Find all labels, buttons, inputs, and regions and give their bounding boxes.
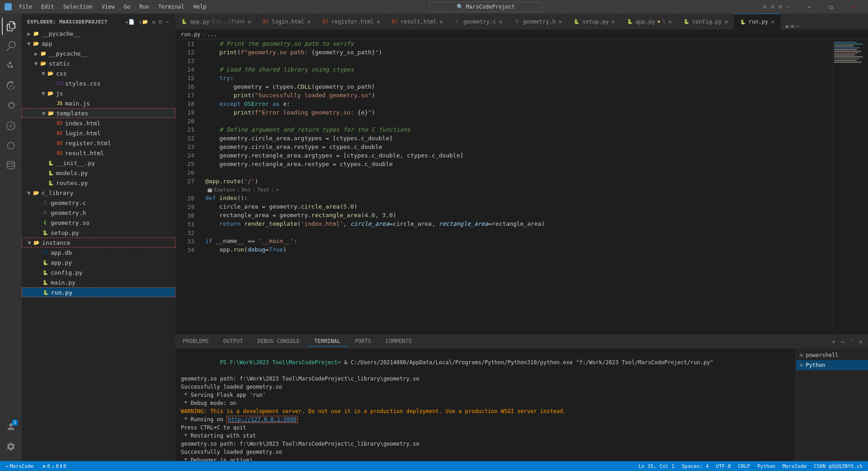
collapse-button[interactable]: ⊟ <box>158 18 163 26</box>
menu-view[interactable]: View <box>98 3 118 11</box>
refresh-button[interactable]: ↻ <box>151 18 156 26</box>
tab-registerhtml[interactable]: DJ register.html × <box>317 14 386 29</box>
more-tab-button[interactable]: ⋯ <box>796 23 799 29</box>
tree-item-apppy[interactable]: 🐍 app.py <box>22 257 175 267</box>
status-eol[interactable]: CRLF <box>736 463 752 470</box>
tab-close[interactable]: × <box>724 18 728 25</box>
code-content[interactable]: # Print the geometry.so path to verify p… <box>198 39 832 334</box>
code-lens[interactable]: 🤖 Explain | Doc | Test | × <box>205 186 832 194</box>
tree-item-loginhtml[interactable]: DJ login.html <box>22 128 175 138</box>
activity-settings[interactable] <box>2 438 20 456</box>
run-button[interactable]: ▶ <box>786 23 789 29</box>
tree-item-mainpy[interactable]: 🐍 main.py <box>22 277 175 287</box>
tree-item-registerhtml[interactable]: DJ register.html <box>22 138 175 148</box>
activity-mars[interactable] <box>2 117 20 135</box>
menu-terminal[interactable]: Terminal <box>155 3 188 11</box>
tree-item-app[interactable]: ▼ 📂 app <box>22 38 175 48</box>
tree-item-geometryso[interactable]: C geometry.so <box>22 218 175 228</box>
menu-help[interactable]: Help <box>190 3 210 11</box>
activity-database[interactable] <box>2 157 20 175</box>
split-terminal-button[interactable]: ⋯ <box>839 337 846 346</box>
layout2-icon[interactable]: ⊠ <box>777 2 784 12</box>
tab-close[interactable]: × <box>771 18 774 25</box>
maximize-button[interactable]: □ <box>821 0 841 14</box>
terminal-python[interactable]: ⊞ Python <box>796 360 868 370</box>
terminal-powershell[interactable]: ⊞ powershell <box>796 350 868 360</box>
status-csdn[interactable]: CSDN @玩转ZNYX.ch <box>812 463 864 470</box>
tree-item-indexhtml[interactable]: DJ index.html <box>22 118 175 128</box>
activity-debug[interactable] <box>2 77 20 95</box>
codelens-close[interactable]: × <box>276 186 279 194</box>
tree-item-geometryh[interactable]: H geometry.h <box>22 208 175 218</box>
codelens-doc[interactable]: Doc <box>242 186 251 194</box>
activity-accounts[interactable]: 1 <box>2 418 20 436</box>
tree-item-mainjs[interactable]: JS main.js <box>22 98 175 108</box>
tree-item-runpy[interactable]: 🐍 run.py <box>22 287 175 297</box>
close-panel-button[interactable]: × <box>857 337 864 346</box>
codelens-test[interactable]: Test <box>257 186 269 194</box>
activity-remote[interactable] <box>2 137 20 155</box>
tree-item-pycache1[interactable]: ▶ 📁 __pycache__ <box>22 29 175 38</box>
status-spaces[interactable]: Spaces: 4 <box>680 463 711 470</box>
activity-explorer[interactable] <box>2 17 20 35</box>
panel-tab-terminal[interactable]: TERMINAL <box>307 336 348 347</box>
tree-item-setuppy[interactable]: 🐍 setup.py <box>22 228 175 238</box>
tab-close[interactable]: × <box>439 18 443 25</box>
tab-close[interactable]: × <box>248 18 251 25</box>
url-link[interactable]: http://127.0.0.1:5000 <box>226 416 298 423</box>
panel-tab-ports[interactable]: PORTS <box>348 336 378 347</box>
tree-item-static[interactable]: ▼ 📂 static <box>22 58 175 68</box>
tree-item-appdb[interactable]: DB app.db <box>22 247 175 257</box>
add-terminal-button[interactable]: + <box>830 337 837 346</box>
tree-item-modelspy[interactable]: 🐍 models.py <box>22 168 175 178</box>
panel-tab-output[interactable]: OUTPUT <box>216 336 250 347</box>
status-errors[interactable]: ⊗ 0 ⚠ 0 ℹ 0 <box>41 463 68 469</box>
maximize-panel-button[interactable]: ˄ <box>849 337 855 346</box>
panel-tab-comments[interactable]: COMMENTS <box>378 336 419 347</box>
tab-close[interactable]: × <box>307 18 311 25</box>
menu-go[interactable]: Go <box>120 3 134 11</box>
codelens-explain[interactable]: Explain <box>214 186 235 194</box>
tree-item-js[interactable]: ▼ 📂 js <box>22 88 175 98</box>
tab-setuppy[interactable]: 🐍 setup.py × <box>568 14 621 29</box>
tree-item-stylescss[interactable]: CSS styles.css <box>22 78 175 88</box>
close-button[interactable]: × <box>843 0 863 14</box>
status-encoding[interactable]: UTF-8 <box>714 463 733 470</box>
menu-file[interactable]: File <box>15 3 36 11</box>
tree-item-configpy[interactable]: 🐍 config.py <box>22 267 175 277</box>
tree-item-instance[interactable]: ▼ 📂 instance <box>22 238 175 247</box>
status-cursor[interactable]: Ln 35, Col 1 <box>637 463 676 470</box>
tab-apppy2[interactable]: 🐍 app.py ● \ × <box>621 14 678 29</box>
tab-close[interactable]: × <box>377 18 380 25</box>
status-remote[interactable]: ⌁ MarsCode <box>4 463 36 469</box>
status-marscode[interactable]: MarsCode <box>781 463 808 470</box>
tab-resulthtml[interactable]: DJ result.html × <box>386 14 449 29</box>
tree-item-geometryc[interactable]: C geometry.c <box>22 198 175 208</box>
tab-runpy[interactable]: 🐍 run.py × <box>734 14 781 29</box>
panel-tab-problems[interactable]: PROBLEMS <box>175 336 216 347</box>
tab-configpy[interactable]: 🐍 config.py × <box>678 14 734 29</box>
more-icon[interactable]: ⋯ <box>785 2 792 12</box>
tab-loginhtml[interactable]: DJ login.html × <box>257 14 317 29</box>
split-icon[interactable]: ⊟ <box>769 2 776 12</box>
minimize-button[interactable]: ─ <box>799 0 819 14</box>
menu-edit[interactable]: Edit <box>38 3 58 11</box>
tab-close[interactable]: × <box>668 18 672 25</box>
tree-item-resulthtml[interactable]: DJ result.html <box>22 148 175 158</box>
tree-item-clibrary[interactable]: ▼ 📂 c_library <box>22 188 175 198</box>
tab-geometryh[interactable]: H geometry.h × <box>509 14 568 29</box>
new-file-button[interactable]: +📄 <box>124 18 136 26</box>
menu-selection[interactable]: Selection <box>60 3 96 11</box>
tree-item-initpy[interactable]: 🐍 __init__.py <box>22 158 175 168</box>
activity-git[interactable] <box>2 57 20 75</box>
terminal-content[interactable]: PS F:\Work\2023 Tool\MarsCodeProject> & … <box>175 348 796 461</box>
more-button[interactable]: ⋯ <box>165 18 170 26</box>
tree-item-routespy[interactable]: 🐍 routes.py <box>22 178 175 188</box>
activity-extensions[interactable] <box>2 97 20 115</box>
tab-close[interactable]: × <box>558 18 562 25</box>
panel-tab-debug[interactable]: DEBUG CONSOLE <box>250 336 307 347</box>
tree-item-css[interactable]: ▼ 📂 css <box>22 68 175 78</box>
tab-close[interactable]: × <box>499 18 502 25</box>
tree-item-pycache2[interactable]: ▶ 📁 __pycache__ <box>22 48 175 58</box>
status-language[interactable]: Python <box>755 463 777 470</box>
